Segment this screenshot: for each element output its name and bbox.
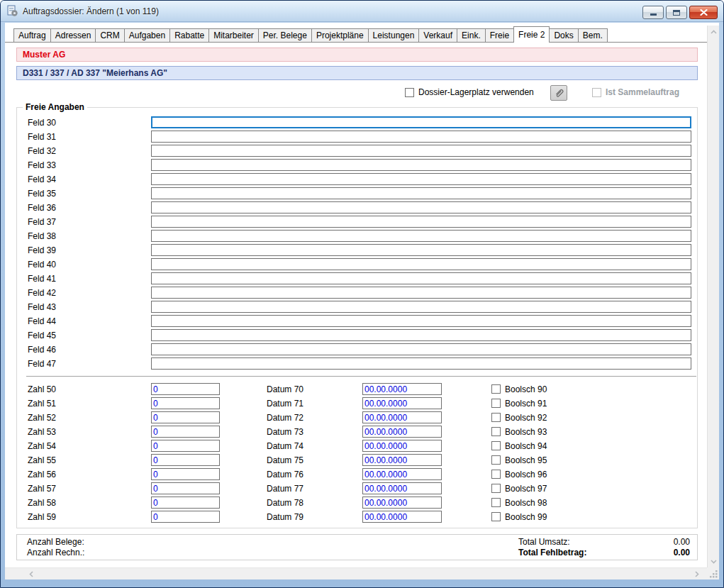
field-input[interactable] <box>151 145 691 157</box>
tab[interactable]: Freie <box>485 28 514 42</box>
close-icon <box>700 9 708 16</box>
boolsch-checkbox[interactable] <box>491 441 501 450</box>
field-input[interactable] <box>151 159 691 171</box>
boolsch-checkbox[interactable] <box>491 455 501 465</box>
boolsch-checkbox[interactable] <box>491 498 501 507</box>
field-row: Zahl 50 <box>28 382 262 396</box>
boolsch-checkbox[interactable] <box>491 470 501 479</box>
tab[interactable]: Freie 2 <box>513 26 550 43</box>
tab[interactable]: Bem. <box>578 28 608 42</box>
tab[interactable]: Per. Belege <box>258 28 312 42</box>
field-input[interactable] <box>151 272 691 284</box>
resize-grip[interactable] <box>707 567 719 579</box>
field-label: Boolsch 98 <box>505 496 547 510</box>
field-label: Datum 77 <box>267 482 303 496</box>
field-input[interactable] <box>151 201 691 213</box>
field-input[interactable] <box>151 329 691 341</box>
field-label: Datum 76 <box>267 467 303 482</box>
tab[interactable]: Rabatte <box>169 28 209 42</box>
datum-input[interactable] <box>362 383 442 395</box>
datum-input[interactable] <box>362 397 442 409</box>
tab[interactable]: Verkauf <box>418 28 457 42</box>
zahl-input[interactable] <box>151 482 220 494</box>
tab[interactable]: Auftrag <box>13 28 51 42</box>
tab[interactable]: Aufgaben <box>124 28 170 42</box>
zahl-input[interactable] <box>151 454 220 466</box>
datum-input[interactable] <box>362 426 442 438</box>
zahl-input[interactable] <box>151 383 220 395</box>
field-row: Feld 44 <box>28 314 698 328</box>
scroll-up-button[interactable] <box>708 26 719 38</box>
resize-grip-icon <box>709 570 719 579</box>
boolsch-checkbox[interactable] <box>491 413 501 422</box>
tab[interactable]: Mitarbeiter <box>208 28 259 42</box>
dossier-lagerplatz-checkbox[interactable] <box>405 88 414 97</box>
datum-input[interactable] <box>362 440 442 452</box>
minimize-button[interactable] <box>642 6 664 19</box>
field-input[interactable] <box>151 187 691 199</box>
field-input[interactable] <box>151 116 691 128</box>
field-label: Boolsch 94 <box>505 439 547 453</box>
field-label: Feld 42 <box>28 286 56 300</box>
boolsch-checkbox[interactable] <box>491 484 501 493</box>
zahl-input[interactable] <box>151 426 220 438</box>
summary-bar: Anzahl Belege: Anzahl Rechn.: Total Umsa… <box>16 534 698 560</box>
datum-input[interactable] <box>362 497 442 509</box>
zahl-input[interactable] <box>151 511 220 523</box>
datum-input[interactable] <box>362 454 442 466</box>
boolsch-checkbox[interactable] <box>491 512 501 521</box>
boolsch-checkbox[interactable] <box>491 384 501 394</box>
zahl-input[interactable] <box>151 468 220 480</box>
horizontal-scrollbar[interactable] <box>5 567 707 579</box>
datum-input[interactable] <box>362 411 442 423</box>
zahl-input[interactable] <box>151 411 220 423</box>
datum-input[interactable] <box>362 468 442 480</box>
zahl-input[interactable] <box>151 440 220 452</box>
field-input[interactable] <box>151 343 691 355</box>
total-fehlbetrag-label: Total Fehlbetrag: <box>518 548 586 558</box>
tab[interactable]: Adressen <box>50 28 96 42</box>
scroll-left-button[interactable] <box>25 568 37 579</box>
tab[interactable]: Projektpläne <box>311 28 369 42</box>
scroll-down-button[interactable] <box>708 555 719 567</box>
tab[interactable]: CRM <box>95 28 124 42</box>
field-input[interactable] <box>151 230 691 242</box>
field-input[interactable] <box>151 216 691 228</box>
field-input[interactable] <box>151 357 691 370</box>
field-input[interactable] <box>151 258 691 270</box>
boolsch-checkbox[interactable] <box>491 427 501 436</box>
field-input[interactable] <box>151 131 691 143</box>
zahl-input[interactable] <box>151 397 220 409</box>
field-row: Boolsch 98 <box>491 496 633 510</box>
vertical-scrollbar[interactable] <box>707 26 719 567</box>
maximize-icon <box>673 10 680 16</box>
field-input[interactable] <box>151 301 691 313</box>
tab[interactable]: Doks <box>549 28 578 42</box>
scroll-right-button[interactable] <box>691 568 703 579</box>
zahl-input[interactable] <box>151 497 220 509</box>
dossier-title: D331 / 337 / AD 337 "Meierhans AG" <box>23 68 167 78</box>
field-label: Feld 40 <box>28 257 56 272</box>
field-row: Feld 34 <box>28 172 698 187</box>
titlebar[interactable]: Auftragsdossier: Ändern (1 von 119) <box>1 1 723 22</box>
field-input[interactable] <box>151 244 691 256</box>
boolsch-checkbox[interactable] <box>491 399 501 408</box>
paperclip-icon <box>554 88 564 99</box>
field-input[interactable] <box>151 315 691 327</box>
attachment-button[interactable] <box>550 85 567 101</box>
datum-input[interactable] <box>362 511 442 523</box>
tab[interactable]: Leistungen <box>368 28 420 42</box>
field-input[interactable] <box>151 287 691 299</box>
maximize-button[interactable] <box>666 6 687 19</box>
field-row: Boolsch 97 <box>491 482 633 496</box>
field-row: Zahl 54 <box>28 439 262 453</box>
window-controls <box>642 6 718 19</box>
tab[interactable]: Eink. <box>457 28 486 42</box>
datum-input[interactable] <box>362 482 442 494</box>
field-row: Datum 78 <box>267 496 451 510</box>
field-label: Boolsch 96 <box>505 467 547 482</box>
options-row: Dossier-Lagerplatz verwenden Ist Sammela… <box>5 85 707 104</box>
field-input[interactable] <box>151 173 691 185</box>
close-button[interactable] <box>689 6 718 19</box>
field-label: Zahl 52 <box>28 411 56 425</box>
